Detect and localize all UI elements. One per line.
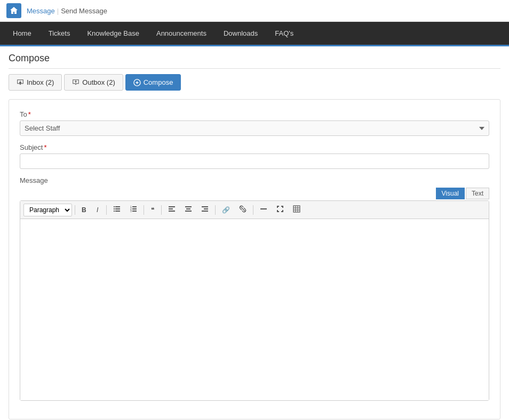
visual-toggle-btn[interactable]: Visual: [436, 188, 465, 199]
editor-wrapper: Paragraph Heading 1 Heading 2 B I 123: [20, 200, 489, 401]
ordered-list-icon: 123: [130, 205, 137, 213]
svg-rect-20: [204, 208, 208, 209]
align-center-btn[interactable]: [181, 203, 196, 216]
svg-text:3: 3: [130, 209, 132, 213]
to-required: *: [28, 110, 31, 118]
breadcrumb-current: Send Message: [61, 7, 107, 15]
table-icon: [293, 205, 300, 213]
toolbar-separator-6: [253, 205, 253, 215]
svg-rect-17: [186, 208, 190, 209]
svg-rect-1: [114, 206, 115, 207]
nav-item-tickets[interactable]: Tickets: [40, 22, 79, 45]
nav-item-downloads[interactable]: Downloads: [215, 22, 266, 45]
top-bar: Message | Send Message: [0, 0, 509, 22]
align-center-icon: [185, 205, 192, 213]
table-btn[interactable]: [289, 203, 304, 216]
svg-rect-24: [293, 206, 300, 212]
message-tabs: Inbox (2) Outbox (2) Compose: [9, 74, 500, 91]
outbox-tab[interactable]: Outbox (2): [64, 74, 123, 91]
svg-rect-2: [115, 206, 120, 207]
message-label: Message: [20, 176, 489, 184]
format-select[interactable]: Paragraph Heading 1 Heading 2: [23, 204, 72, 216]
toolbar-separator-5: [215, 205, 216, 215]
svg-rect-18: [185, 211, 192, 212]
svg-rect-3: [114, 208, 115, 209]
text-toggle-btn[interactable]: Text: [466, 188, 489, 199]
align-right-btn[interactable]: [197, 203, 212, 216]
link-btn[interactable]: 🔗: [218, 204, 234, 216]
nav-item-announcements[interactable]: Announcements: [148, 22, 215, 45]
bold-btn[interactable]: B: [78, 204, 90, 216]
home-icon-box[interactable]: [6, 3, 21, 18]
subject-label: Subject*: [20, 143, 489, 151]
breadcrumb: Message | Send Message: [27, 7, 107, 15]
to-field-group: To* Select Staff: [20, 110, 489, 136]
main-navigation: Home Tickets Knowledge Base Announcement…: [0, 22, 509, 46]
nav-item-faqs[interactable]: FAQ's: [266, 22, 302, 45]
fullscreen-icon: [276, 205, 284, 213]
to-label: To*: [20, 110, 489, 118]
hr-btn[interactable]: [256, 203, 271, 216]
toolbar-separator-1: [75, 205, 75, 215]
toolbar-separator-4: [161, 205, 162, 215]
hr-icon: [260, 205, 267, 213]
to-select[interactable]: Select Staff: [20, 120, 489, 136]
compose-icon: [133, 79, 141, 86]
bullet-list-btn[interactable]: [109, 203, 124, 216]
subject-field-group: Subject*: [20, 143, 489, 169]
ordered-list-btn[interactable]: 123: [126, 203, 141, 216]
svg-rect-6: [115, 211, 120, 212]
page-title: Compose: [9, 53, 500, 69]
align-left-btn[interactable]: [164, 203, 179, 216]
svg-rect-12: [132, 211, 137, 212]
svg-rect-15: [169, 211, 175, 212]
svg-rect-5: [114, 211, 115, 212]
nav-item-knowledge-base[interactable]: Knowledge Base: [78, 22, 148, 45]
editor-toolbar: Paragraph Heading 1 Heading 2 B I 123: [20, 201, 489, 219]
subject-required: *: [44, 143, 46, 151]
svg-rect-4: [115, 208, 120, 209]
message-link[interactable]: Message: [27, 7, 55, 15]
italic-btn[interactable]: I: [92, 204, 104, 216]
svg-rect-10: [132, 208, 137, 209]
message-field-group: Message Visual Text Paragraph Heading 1 …: [20, 176, 489, 401]
toolbar-separator-2: [106, 205, 107, 215]
fullscreen-btn[interactable]: [273, 203, 288, 216]
unlink-btn[interactable]: [235, 203, 250, 216]
page-content: Compose Inbox (2) Outbox (2) Compose: [0, 46, 509, 420]
inbox-tab[interactable]: Inbox (2): [9, 74, 62, 91]
subject-input[interactable]: [20, 154, 489, 169]
compose-tab-label: Compose: [144, 78, 173, 86]
home-icon: [10, 6, 18, 15]
svg-rect-13: [169, 206, 175, 207]
inbox-icon: [17, 79, 24, 86]
unlink-icon: [239, 205, 246, 213]
compose-tab[interactable]: Compose: [125, 74, 181, 91]
align-left-icon: [168, 205, 176, 213]
svg-rect-23: [260, 208, 267, 209]
bullet-list-icon: [113, 205, 121, 213]
editor-toggle: Visual Text: [20, 188, 489, 199]
compose-form: To* Select Staff Subject* Message Visual…: [9, 99, 500, 419]
inbox-tab-label: Inbox (2): [27, 78, 54, 86]
toolbar-separator-3: [144, 205, 144, 215]
svg-rect-8: [132, 206, 137, 207]
breadcrumb-separator: |: [57, 7, 59, 15]
outbox-icon: [72, 79, 79, 86]
blockquote-btn[interactable]: ❝: [147, 204, 158, 216]
svg-rect-19: [202, 206, 208, 207]
svg-rect-21: [202, 211, 208, 212]
nav-item-home[interactable]: Home: [4, 22, 40, 45]
message-editor[interactable]: [20, 219, 489, 400]
outbox-tab-label: Outbox (2): [82, 78, 115, 86]
align-right-icon: [201, 205, 209, 213]
svg-rect-16: [185, 206, 192, 207]
svg-rect-14: [169, 208, 173, 209]
